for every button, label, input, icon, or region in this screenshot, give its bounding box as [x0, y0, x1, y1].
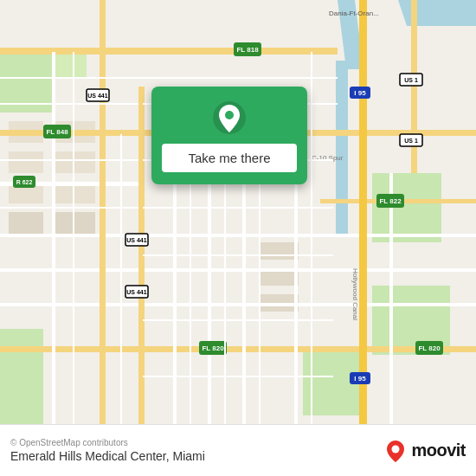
moovit-brand-text: moovit: [411, 441, 466, 460]
svg-rect-30: [411, 0, 417, 173]
svg-rect-36: [389, 173, 393, 424]
svg-rect-19: [0, 48, 338, 55]
svg-text:FL 820: FL 820: [418, 344, 441, 352]
svg-rect-24: [0, 303, 476, 306]
svg-text:US 441: US 441: [87, 93, 107, 99]
svg-rect-1: [336, 61, 348, 234]
svg-rect-25: [0, 346, 476, 352]
svg-text:FL 820: FL 820: [202, 344, 224, 352]
svg-point-86: [392, 445, 400, 453]
take-me-there-button[interactable]: Take me there: [162, 144, 297, 172]
svg-rect-29: [359, 0, 367, 424]
svg-rect-22: [0, 234, 476, 237]
svg-rect-16: [260, 242, 299, 260]
svg-text:US 441: US 441: [126, 289, 146, 295]
svg-text:FL 818: FL 818: [236, 46, 259, 54]
svg-text:US 1: US 1: [404, 77, 418, 83]
bottom-bar: © OpenStreetMap contributors Emerald Hil…: [0, 424, 476, 476]
map-container: Hollywood Canal FL 818 US 441 US 441 US …: [0, 0, 476, 424]
svg-text:I 95: I 95: [354, 89, 366, 97]
svg-text:US 1: US 1: [404, 138, 418, 144]
svg-text:I 95: I 95: [354, 375, 366, 383]
location-info: © OpenStreetMap contributors Emerald Hil…: [10, 438, 205, 463]
moovit-logo: moovit: [383, 439, 466, 463]
svg-rect-27: [100, 0, 106, 424]
svg-text:FL 848: FL 848: [46, 128, 68, 136]
svg-text:Hollywood Canal: Hollywood Canal: [351, 268, 359, 320]
location-pin-icon: [212, 100, 247, 135]
svg-text:R 622: R 622: [16, 179, 33, 185]
svg-rect-7: [0, 329, 43, 424]
svg-text:Dania-Ft-Oran...: Dania-Ft-Oran...: [329, 10, 379, 17]
svg-rect-9: [9, 151, 43, 173]
moovit-pin-icon: [383, 439, 408, 463]
svg-rect-31: [52, 52, 55, 424]
copyright-text: © OpenStreetMap contributors: [10, 438, 205, 447]
location-name: Emerald Hills Medical Center, Miami: [10, 449, 205, 463]
svg-text:US 441: US 441: [126, 237, 146, 243]
svg-point-85: [225, 111, 234, 119]
svg-text:FL 822: FL 822: [379, 197, 402, 205]
svg-rect-3: [52, 52, 87, 78]
svg-rect-23: [0, 268, 476, 272]
popup-card: Take me there: [151, 87, 307, 184]
svg-rect-11: [9, 212, 43, 234]
